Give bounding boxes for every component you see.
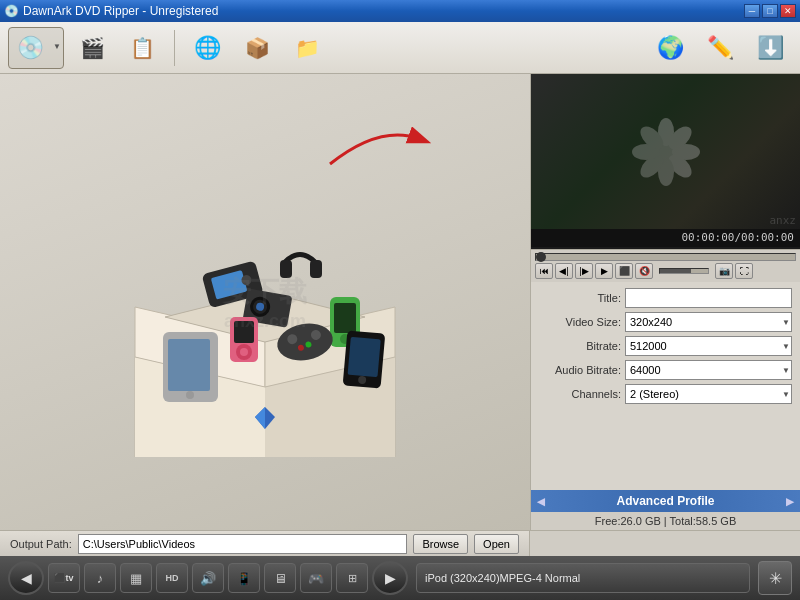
output-bar: Output Path: Browse Open — [0, 530, 530, 556]
snapshot-button[interactable]: 📷 — [715, 263, 733, 279]
disk-info: Free:26.0 GB | Total:58.5 GB — [531, 512, 800, 530]
toolbar-separator — [174, 30, 175, 66]
star-button[interactable]: ✳ — [758, 561, 792, 595]
appletv-button[interactable]: ⬛tv — [48, 563, 80, 593]
title-setting-row: Title: — [539, 288, 792, 308]
bitrate-select[interactable]: 512000 1024000 2048000 — [625, 336, 792, 356]
audio-bitrate-select[interactable]: 64000 128000 256000 — [625, 360, 792, 380]
fullscreen-button[interactable]: ⛶ — [735, 263, 753, 279]
back-icon: ◀ — [21, 570, 32, 586]
video-size-setting-row: Video Size: 320x240 640x480 1280x720 ▼ — [539, 312, 792, 332]
video-size-wrapper: 320x240 640x480 1280x720 ▼ — [625, 312, 792, 332]
toolbar-video-button[interactable]: 🎬 — [70, 27, 114, 69]
bitrate-wrapper: 512000 1024000 2048000 ▼ — [625, 336, 792, 356]
package-icon: 📦 — [245, 38, 270, 58]
advanced-profile-bar[interactable]: ◀ Advanced Profile ▶ — [531, 490, 800, 512]
toolbar-file-button[interactable]: 📋 — [120, 27, 164, 69]
video-icon: 🎬 — [80, 38, 105, 58]
window-title: DawnArk DVD Ripper - Unregistered — [23, 4, 218, 18]
update-icon: ⬇️ — [757, 37, 784, 59]
output-path-label: Output Path: — [10, 538, 72, 550]
browse-button[interactable]: Browse — [413, 534, 468, 554]
bitrate-label: Bitrate: — [539, 340, 621, 352]
advanced-profile-right-arrow: ▶ — [786, 496, 794, 507]
channels-setting-row: Channels: 2 (Stereo) 1 (Mono) ▼ — [539, 384, 792, 404]
watermark-text: 安下载 anxz.com — [223, 273, 307, 332]
globe-icon: 🌐 — [194, 37, 221, 59]
preview-thumbnail — [626, 112, 706, 192]
speaker-icon: 🔊 — [200, 571, 216, 586]
advanced-profile-left-arrow: ◀ — [537, 496, 545, 507]
channels-wrapper: 2 (Stereo) 1 (Mono) ▼ — [625, 384, 792, 404]
open-button[interactable]: Open — [474, 534, 519, 554]
phone-icon: 📱 — [236, 571, 252, 586]
frame-back-button[interactable]: ◀| — [555, 263, 573, 279]
grid-button[interactable]: ⊞ — [336, 563, 368, 593]
close-button[interactable]: ✕ — [780, 4, 796, 18]
grid-icon: ⊞ — [348, 572, 357, 585]
website-icon: 🌍 — [657, 37, 684, 59]
settings-panel: Title: Video Size: 320x240 640x480 1280x… — [531, 282, 800, 490]
toolbar-package-button[interactable]: 📦 — [235, 27, 279, 69]
mute-button[interactable]: 🔇 — [635, 263, 653, 279]
volume-slider[interactable] — [659, 268, 709, 274]
register-icon: ✏️ — [707, 37, 734, 59]
bitrate-setting-row: Bitrate: 512000 1024000 2048000 ▼ — [539, 336, 792, 356]
profile-display: iPod (320x240)MPEG-4 Normal — [416, 563, 750, 593]
title-label: Title: — [539, 292, 621, 304]
monitor-icon: 🖥 — [274, 571, 287, 586]
video-size-label: Video Size: — [539, 316, 621, 328]
play-button[interactable]: ▶ — [595, 263, 613, 279]
progress-bar[interactable] — [535, 253, 796, 261]
toolbar-dvd-button[interactable]: 💿 ▼ — [8, 27, 64, 69]
maximize-button[interactable]: □ — [762, 4, 778, 18]
output-path-input[interactable] — [78, 534, 408, 554]
skip-back-button[interactable]: ⏮ — [535, 263, 553, 279]
channels-select[interactable]: 2 (Stereo) 1 (Mono) — [625, 384, 792, 404]
progress-thumb[interactable] — [536, 252, 546, 262]
music-button[interactable]: ♪ — [84, 563, 116, 593]
speaker-button[interactable]: 🔊 — [192, 563, 224, 593]
playback-controls: ⏮ ◀| |▶ ▶ ⬛ 🔇 📷 ⛶ — [535, 263, 796, 279]
toolbar-update-button[interactable]: ⬇️ — [748, 27, 792, 69]
right-panel: anxz 00:00:00/00:00:00 ⏮ ◀| |▶ ▶ ⬛ 🔇 📷 — [530, 74, 800, 530]
film-icon: ▦ — [130, 571, 142, 586]
channels-label: Channels: — [539, 388, 621, 400]
game-icon: 🎮 — [308, 571, 324, 586]
toolbar: 💿 ▼ 🎬 📋 🌐 📦 📁 🌍 ✏️ ⬇️ — [0, 22, 800, 74]
folder-icon: 📁 — [295, 38, 320, 58]
toolbar-register-button[interactable]: ✏️ — [698, 27, 742, 69]
phone-button[interactable]: 📱 — [228, 563, 260, 593]
dvd-dropdown-arrow[interactable]: ▼ — [51, 42, 63, 54]
svg-point-19 — [240, 348, 248, 356]
bottom-toolbar: ◀ ⬛tv ♪ ▦ HD 🔊 📱 🖥 🎮 ⊞ ▶ iPod (320x240)M… — [0, 556, 800, 600]
frame-fwd-button[interactable]: |▶ — [575, 263, 593, 279]
controls-bar: ⏮ ◀| |▶ ▶ ⬛ 🔇 📷 ⛶ — [531, 249, 800, 282]
toolbar-folder-button[interactable]: 📁 — [285, 27, 329, 69]
appletv-icon: ⬛tv — [54, 573, 73, 583]
hd-button[interactable]: HD — [156, 563, 188, 593]
video-size-select[interactable]: 320x240 640x480 1280x720 — [625, 312, 792, 332]
preview-watermark: anxz — [770, 214, 797, 227]
hd-icon: HD — [166, 573, 179, 583]
svg-rect-32 — [168, 339, 210, 391]
toolbar-globe-button[interactable]: 🌐 — [185, 27, 229, 69]
right-output-spacer — [530, 530, 800, 556]
forward-nav-button[interactable]: ▶ — [372, 561, 408, 595]
svg-rect-29 — [348, 337, 381, 377]
game-button[interactable]: 🎮 — [300, 563, 332, 593]
monitor-button[interactable]: 🖥 — [264, 563, 296, 593]
minimize-button[interactable]: ─ — [744, 4, 760, 18]
back-nav-button[interactable]: ◀ — [8, 561, 44, 595]
audio-bitrate-wrapper: 64000 128000 256000 ▼ — [625, 360, 792, 380]
volume-fill — [660, 269, 691, 273]
time-display: 00:00:00/00:00:00 — [531, 229, 800, 247]
stop-button[interactable]: ⬛ — [615, 263, 633, 279]
preview-area: anxz 00:00:00/00:00:00 — [531, 74, 800, 249]
svg-rect-21 — [334, 303, 356, 333]
red-arrow — [320, 114, 440, 174]
left-panel: 安下载 anxz.com — [0, 74, 530, 530]
title-input[interactable] — [625, 288, 792, 308]
toolbar-website-button[interactable]: 🌍 — [648, 27, 692, 69]
film-button[interactable]: ▦ — [120, 563, 152, 593]
